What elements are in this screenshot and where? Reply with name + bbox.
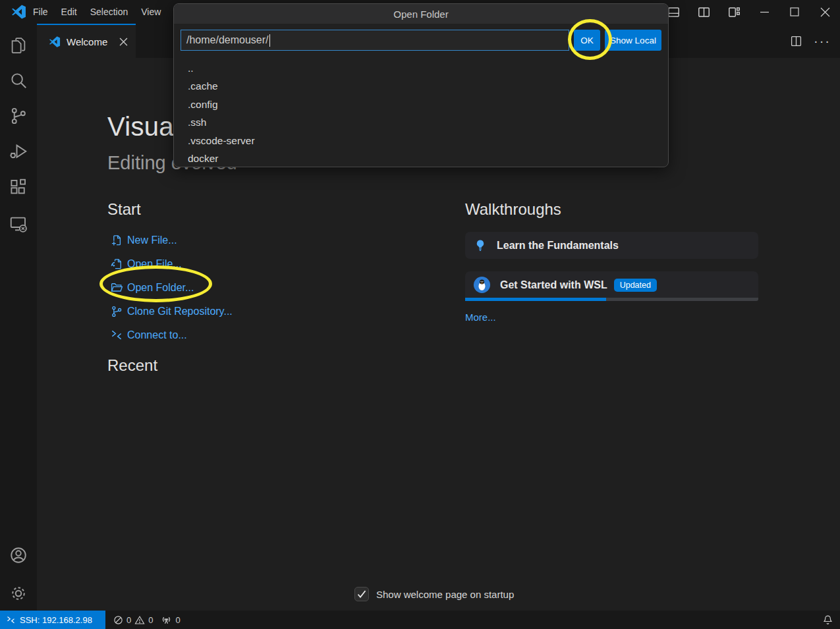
start-item-clone-repo[interactable]: Clone Git Repository... (110, 300, 233, 323)
radio-tower-icon (161, 615, 172, 625)
menu-view[interactable]: View (134, 4, 167, 20)
remote-indicator[interactable]: SSH: 192.168.2.98 (0, 611, 105, 629)
more-link[interactable]: More... (465, 312, 496, 323)
ellipsis-icon[interactable]: ··· (814, 38, 831, 44)
tab-label: Welcome (67, 36, 115, 47)
text-caret (269, 34, 271, 47)
lightbulb-icon (473, 238, 488, 254)
maximize-icon[interactable] (779, 0, 810, 24)
git-branch-icon (110, 304, 127, 319)
vscode-window: File Edit Selection View (0, 0, 840, 629)
folder-list: .. .cache .config .ssh .vscode-server do… (174, 59, 668, 168)
folder-list-item[interactable]: .config (174, 96, 668, 114)
folder-list-item[interactable]: .ssh (174, 114, 668, 132)
ports-indicator[interactable]: 0 (161, 615, 180, 625)
new-file-icon (110, 233, 127, 248)
close-icon[interactable] (810, 0, 840, 24)
status-bar: SSH: 192.168.2.98 0 0 0 (0, 611, 840, 629)
activity-bar (0, 24, 37, 611)
walkthrough-card-wsl[interactable]: Get Started with WSL Updated (465, 271, 758, 298)
account-icon[interactable] (9, 545, 28, 565)
problems-indicator[interactable]: 0 0 (113, 615, 153, 625)
folder-list-item[interactable]: .. (174, 59, 668, 78)
remote-explorer-icon[interactable] (9, 214, 28, 234)
start-item-connect-to[interactable]: Connect to... (110, 323, 233, 347)
menu-file[interactable]: File (26, 4, 55, 20)
show-local-button[interactable]: Show Local (605, 30, 661, 51)
folder-list-item[interactable]: .cache (174, 78, 668, 96)
dialog-title: Open Folder (174, 4, 668, 24)
path-input[interactable]: /home/demouser/ (181, 30, 569, 51)
menu-edit[interactable]: Edit (55, 4, 84, 20)
walkthroughs-heading: Walkthroughs (465, 200, 561, 219)
start-list: New File... Open File... Open Folder... … (110, 229, 233, 347)
open-folder-dialog: Open Folder /home/demouser/ OK Show Loca… (173, 3, 669, 167)
menu-selection[interactable]: Selection (84, 4, 135, 20)
updated-badge: Updated (614, 279, 657, 292)
start-heading: Start (107, 200, 141, 219)
tab-welcome[interactable]: Welcome (37, 24, 136, 58)
remote-icon (6, 615, 16, 625)
open-folder-icon (110, 281, 127, 295)
startup-checkbox[interactable] (354, 587, 369, 601)
split-editor-icon[interactable] (791, 36, 802, 47)
start-item-open-folder[interactable]: Open Folder... (110, 276, 233, 300)
startup-checkbox-row: Show welcome page on startup (354, 587, 514, 601)
warning-icon (134, 615, 145, 625)
error-icon (113, 615, 123, 625)
run-debug-icon[interactable] (9, 142, 28, 161)
folder-list-item[interactable]: .vscode-server (174, 132, 668, 150)
notifications-bell[interactable] (822, 611, 833, 629)
remote-icon (110, 328, 127, 342)
recent-heading: Recent (107, 356, 157, 375)
wsl-icon (473, 276, 491, 294)
startup-checkbox-label: Show welcome page on startup (376, 589, 514, 600)
search-icon[interactable] (9, 70, 28, 90)
dialog-input-row: /home/demouser/ OK Show Local (181, 30, 661, 51)
source-control-icon[interactable] (9, 106, 28, 126)
vscode-logo-icon (11, 5, 26, 19)
start-item-new-file[interactable]: New File... (110, 229, 233, 252)
extensions-icon[interactable] (9, 177, 28, 197)
walkthrough-progress (465, 298, 758, 301)
window-controls (658, 0, 840, 24)
ok-button[interactable]: OK (574, 30, 600, 51)
editor-actions: ··· (791, 24, 831, 58)
folder-list-item[interactable]: docker (174, 150, 668, 169)
walkthrough-progress-fill (465, 298, 606, 301)
layout-sidebar-right-icon[interactable] (688, 0, 719, 24)
open-file-icon (110, 257, 127, 271)
start-item-open-file[interactable]: Open File... (110, 252, 233, 276)
check-icon (357, 590, 366, 598)
vscode-logo-icon (49, 36, 61, 47)
layout-customize-icon[interactable] (719, 0, 749, 24)
tab-close-icon[interactable] (119, 38, 128, 46)
menu-bar: File Edit Selection View (26, 0, 167, 24)
files-icon[interactable] (9, 36, 28, 55)
walkthrough-card-fundamentals[interactable]: Learn the Fundamentals (465, 232, 758, 259)
minimize-icon[interactable] (749, 0, 779, 24)
settings-gear-icon[interactable] (9, 584, 28, 603)
bell-icon (822, 615, 833, 626)
